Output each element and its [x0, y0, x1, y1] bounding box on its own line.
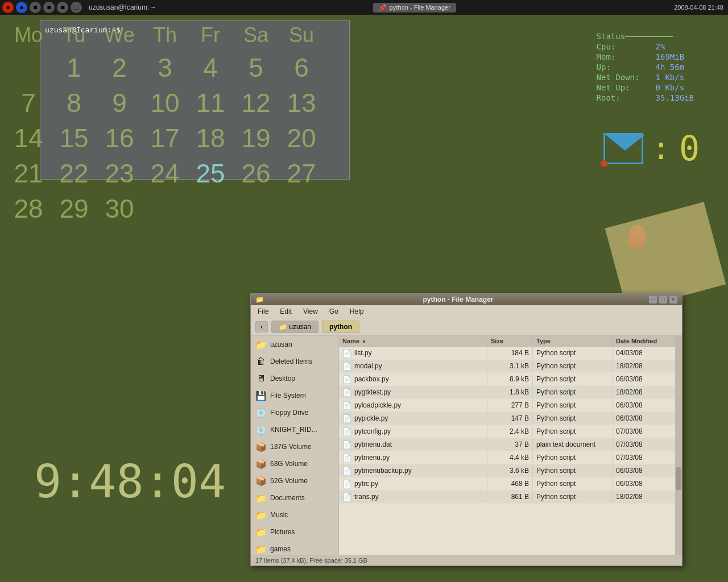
table-row[interactable]: 📄pyloadpickle.py 277 B Python script 06/…: [339, 399, 675, 412]
fm-menu-go[interactable]: Go: [327, 306, 341, 317]
mail-colon: :: [652, 130, 671, 167]
fm-sidebar-icon-desktop: 🖥: [255, 373, 267, 384]
fm-file-name-pygtktest: 📄pygtktest.py: [339, 386, 487, 398]
fm-scrollbar[interactable]: [675, 336, 682, 555]
taskbar: ● ● ■ ■ ■ □ uzususan@Icarium: ~ 📌 python…: [0, 0, 728, 15]
taskbar-icon-1[interactable]: ●: [2, 2, 14, 13]
status-root-label: Root:: [597, 93, 653, 102]
table-row[interactable]: 📄pypickle.py 147 B Python script 06/03/0…: [339, 412, 675, 425]
desktop: uzusan@Icarium:~$ Mo Tu We Th Fr Sa Su 1…: [0, 15, 728, 582]
cal-day-10: 10: [142, 85, 188, 120]
fm-minimize-button[interactable]: ─: [649, 296, 657, 304]
fm-menu-help[interactable]: Help: [348, 306, 366, 317]
taskbar-window-title: python - File Manager: [390, 4, 450, 11]
fm-file-name-pyloadpickle: 📄pyloadpickle.py: [339, 399, 487, 411]
taskbar-icon-6[interactable]: □: [71, 2, 82, 13]
fm-file-size-pyloadpickle: 277 B: [487, 400, 533, 411]
fm-sidebar-item-137g[interactable]: 📦 137G Volume: [251, 438, 338, 455]
fm-scroll-thumb[interactable]: [676, 467, 681, 490]
fm-file-date-pygtktest: 18/02/08: [613, 386, 675, 398]
fm-menu-edit[interactable]: Edit: [278, 306, 294, 317]
table-row[interactable]: 📄pytmenu.py 4.4 kB Python script 07/03/0…: [339, 451, 675, 464]
table-row[interactable]: 📄pygtktest.py 1.8 kB Python script 18/02…: [339, 386, 675, 399]
fm-col-header-size[interactable]: Size: [487, 336, 533, 346]
fm-breadcrumb-python[interactable]: python: [322, 321, 359, 333]
cal-header-we: We: [97, 20, 142, 50]
table-row[interactable]: 📄list.py 184 B Python script 04/03/08: [339, 347, 675, 360]
table-row[interactable]: 📄pytmenu.dat 37 B plain text document 07…: [339, 438, 675, 451]
fm-file-type-pytmenudat: plain text document: [533, 439, 613, 450]
fm-sidebar-label-filesystem: File System: [270, 392, 306, 400]
fm-column-headers: Name Size Type Date Modified: [339, 336, 675, 347]
fm-status-text: 17 items (37.4 kB), Free space: 35.1 GB: [255, 557, 367, 564]
file-icon: 📄: [342, 388, 351, 397]
fm-file-size-pytrc: 468 B: [487, 478, 533, 489]
file-icon: 📄: [342, 440, 351, 449]
fm-sidebar-item-filesystem[interactable]: 💾 File System: [251, 387, 338, 404]
fm-sidebar-item-documents[interactable]: 📁 Documents: [251, 489, 338, 506]
calendar-grid: Mo Tu We Th Fr Sa Su 1 2 3 4 5 6 7 8 9 1…: [6, 20, 324, 226]
taskbar-icon-4[interactable]: ■: [43, 2, 55, 13]
file-icon: 📄: [342, 479, 351, 488]
fm-sidebar-item-63g[interactable]: 📦 63G Volume: [251, 455, 338, 472]
status-netdown-label: Net Down:: [597, 73, 653, 82]
fm-file-type-modalpy: Python script: [533, 360, 613, 372]
table-row[interactable]: 📄pytmenubackup.py 3.6 kB Python script 0…: [339, 464, 675, 477]
fm-file-type-trans: Python script: [533, 491, 613, 502]
fm-file-name-pytrc: 📄pytrc.py: [339, 477, 487, 490]
status-title: Status──────────: [597, 32, 673, 41]
status-netdown-val: 1 Kb/s: [656, 73, 685, 82]
taskbar-window-button[interactable]: 📌 python - File Manager: [373, 3, 456, 13]
fm-sidebar-label-documents: Documents: [270, 494, 305, 502]
file-icon: 📄: [342, 414, 351, 423]
fm-file-type-pyloadpickle: Python script: [533, 400, 613, 411]
fm-col-header-name[interactable]: Name: [339, 336, 487, 346]
fm-sidebar-item-pictures[interactable]: 📁 Pictures: [251, 523, 338, 541]
cal-day-15: 15: [51, 120, 97, 156]
fm-sidebar-item-music[interactable]: 📁 Music: [251, 506, 338, 523]
taskbar-icon-2[interactable]: ●: [16, 2, 27, 13]
fm-breadcrumb-uzusan[interactable]: 📁 uzusan: [271, 321, 318, 333]
taskbar-icon-3[interactable]: ■: [30, 2, 41, 13]
fm-close-button[interactable]: ✕: [669, 296, 677, 304]
fm-menu-file[interactable]: File: [255, 306, 271, 317]
file-icon: 📄: [342, 401, 351, 410]
fm-file-date-pytmenubackup: 06/03/08: [613, 465, 675, 476]
cal-day-22: 22: [51, 156, 97, 191]
fm-col-header-date[interactable]: Date Modified: [613, 336, 675, 346]
mail-count: 0: [679, 128, 700, 168]
fm-file-name-pytmenu: 📄pytmenu.py: [339, 451, 487, 464]
taskbar-icon-5[interactable]: ■: [57, 2, 68, 13]
fm-sidebar-icon-pictures: 📁: [255, 526, 267, 538]
fm-menu-view[interactable]: View: [301, 306, 320, 317]
fm-sidebar-item-uzusan[interactable]: 📁 uzusan: [251, 336, 338, 353]
fm-file-name-listpy: 📄list.py: [339, 347, 487, 359]
cal-day-9: 9: [97, 85, 142, 120]
fm-sidebar-item-desktop[interactable]: 🖥 Desktop: [251, 370, 338, 387]
fm-file-name-pytmenubackup: 📄pytmenubackup.py: [339, 464, 487, 477]
table-row[interactable]: 📄pytrc.py 468 B Python script 06/03/08: [339, 477, 675, 490]
cal-day-26: 26: [233, 156, 279, 191]
table-row[interactable]: 📄trans.py 861 B Python script 18/02/08: [339, 490, 675, 504]
status-mem-label: Mem:: [597, 52, 653, 61]
table-row[interactable]: 📄modal.py 3.1 kB Python script 18/02/08: [339, 360, 675, 373]
fm-sidebar: 📁 uzusan 🗑 Deleted Items 🖥 Desktop 💾 Fil…: [251, 336, 339, 555]
fm-sidebar-item-deleted[interactable]: 🗑 Deleted Items: [251, 353, 338, 370]
fm-sidebar-item-knight[interactable]: 💿 KNIGHT_RID...: [251, 421, 338, 438]
fm-sidebar-item-floppy[interactable]: 💿 Floppy Drive: [251, 404, 338, 421]
table-row[interactable]: 📄pytconfig.py 2.4 kB Python script 07/03…: [339, 425, 675, 438]
cal-day-12: 12: [233, 85, 279, 120]
fm-sidebar-item-games[interactable]: 📁 games: [251, 541, 338, 555]
fm-maximize-button[interactable]: □: [659, 296, 667, 304]
cal-day-6: 6: [279, 50, 324, 85]
fm-file-type-packbox: Python script: [533, 373, 613, 385]
fm-col-header-type[interactable]: Type: [533, 336, 613, 346]
fm-file-date-pypickle: 06/03/08: [613, 413, 675, 424]
fm-file-size-pypickle: 147 B: [487, 413, 533, 424]
fm-back-button[interactable]: ‹: [255, 321, 268, 332]
cal-day-13: 13: [279, 85, 324, 120]
fm-file-name-modalpy: 📄modal.py: [339, 360, 487, 372]
fm-sidebar-item-52g[interactable]: 📦 52G Volume: [251, 472, 338, 489]
cal-day-14: 14: [6, 120, 51, 156]
table-row[interactable]: 📄packbox.py 8.9 kB Python script 06/03/0…: [339, 373, 675, 386]
